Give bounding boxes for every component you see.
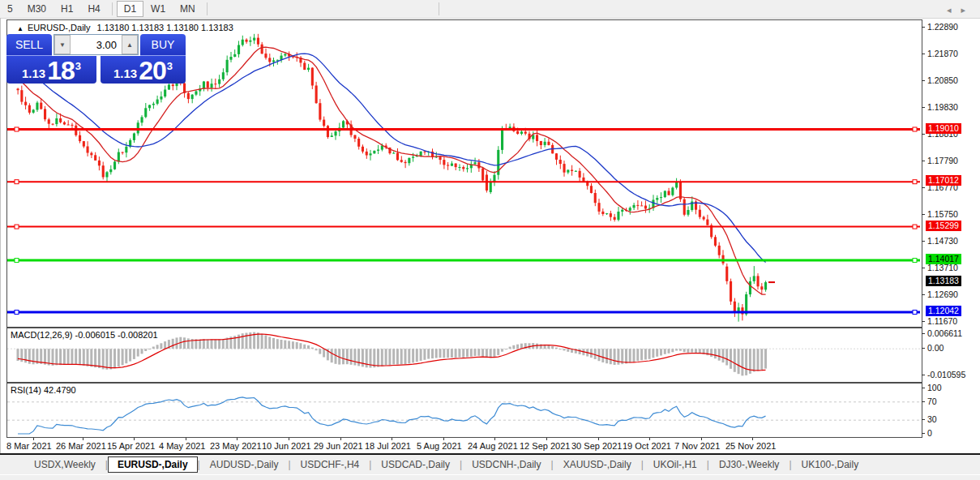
- timeframe-mn[interactable]: MN: [173, 1, 203, 17]
- buy-button[interactable]: BUY: [140, 34, 186, 56]
- date-label: 4 May 2021: [159, 441, 205, 451]
- buy-price-big: 20: [139, 59, 166, 82]
- volume-stepper: ▼ 3.00 ▲: [53, 34, 139, 55]
- date-label: 23 May 2021: [210, 441, 262, 451]
- date-label: 29 Jun 2021: [314, 441, 363, 451]
- tab-usdcad-daily[interactable]: USDCAD-,Daily: [371, 456, 460, 473]
- sell-price-sup: 3: [75, 60, 81, 72]
- date-tick: [392, 438, 392, 440]
- chart-symbol-label: EURUSD-,Daily: [28, 23, 91, 32]
- tab-scroll-left-icon[interactable]: ◂: [947, 5, 961, 15]
- date-tick: [494, 438, 495, 440]
- tab-audusd-daily[interactable]: AUDUSD-,Daily: [200, 456, 289, 473]
- tab-ukoil-h1[interactable]: UKOil-,H1: [644, 456, 707, 473]
- toolbar-separator: [112, 2, 113, 15]
- date-tick: [289, 438, 289, 440]
- level-price-label: 1.15299: [926, 221, 961, 231]
- tab-xauusd-daily[interactable]: XAUUSD-,Daily: [554, 456, 641, 473]
- macd-values: -0.006015 -0.008201: [75, 330, 157, 340]
- toolbar-separator: [439, 2, 439, 15]
- date-tick: [546, 438, 547, 440]
- window-left-border: [0, 18, 1, 480]
- tab-usdcnh-daily[interactable]: USDCNH-,Daily: [462, 456, 550, 473]
- date-tick: [701, 438, 702, 440]
- date-label: 10 Jun 2021: [262, 441, 311, 451]
- chart-ohlc-values: 1.13180 1.13183 1.13180 1.13183: [97, 23, 233, 32]
- date-label: 5 Aug 2021: [417, 441, 462, 451]
- date-tick: [237, 438, 238, 440]
- chart-title: ▲EURUSD-,Daily1.13180 1.13183 1.13180 1.…: [17, 23, 233, 32]
- date-label: 30 Sep 2021: [571, 441, 622, 451]
- tab-dj30-weekly[interactable]: DJ30-,Weekly: [709, 456, 789, 473]
- tab-uk100-daily[interactable]: UK100-,Daily: [792, 456, 869, 473]
- date-tick: [186, 438, 186, 440]
- macd-panel[interactable]: MACD(12,26,9) -0.006015 -0.008201: [6, 328, 922, 383]
- timeframe-m30[interactable]: M30: [20, 1, 53, 17]
- buy-price-prefix: 1.13: [113, 66, 137, 80]
- rsi-label: RSI(14) 42.4790: [11, 385, 76, 395]
- rsi-panel[interactable]: RSI(14) 42.4790: [6, 383, 922, 438]
- date-tick: [33, 438, 34, 440]
- sell-button[interactable]: SELL: [6, 34, 52, 56]
- date-tick: [598, 438, 599, 440]
- buy-price-sup: 3: [167, 60, 173, 72]
- symbol-collapse-icon[interactable]: ▲: [17, 25, 24, 32]
- buy-price-display[interactable]: 1.13 20 3: [101, 56, 186, 84]
- price-axis: 1.228901.218701.208501.198301.188101.177…: [922, 19, 980, 439]
- date-label: 12 Sep 2021: [520, 441, 570, 451]
- tab-scroll-right-icon[interactable]: ▸: [961, 5, 975, 15]
- toolbar-separator: [207, 2, 208, 15]
- date-label: 19 Oct 2021: [623, 441, 671, 451]
- volume-decrease-icon[interactable]: ▼: [54, 35, 71, 54]
- sell-price-display[interactable]: 1.13 18 3: [6, 56, 96, 84]
- timeframe-h1[interactable]: H1: [53, 1, 80, 17]
- volume-increase-icon[interactable]: ▲: [122, 35, 138, 54]
- one-click-trade-widget: SELL ▼ 3.00 ▲ BUY 1.13 18 3 1.13 20 3: [6, 34, 186, 84]
- level-price-label: 1.19010: [926, 123, 961, 134]
- sell-price-big: 18: [47, 59, 75, 82]
- date-tick: [83, 438, 83, 440]
- date-tick: [752, 438, 753, 440]
- rsi-value: 42.4790: [44, 385, 76, 395]
- current-price-label: 1.13183: [926, 276, 961, 286]
- date-axis: 8 Mar 2021 26 Mar 2021 15 Apr 2021 4 May…: [6, 438, 921, 452]
- date-tick: [649, 438, 650, 440]
- date-tick: [443, 438, 444, 440]
- tab-eurusd-daily[interactable]: EURUSD-,Daily: [108, 456, 198, 473]
- level-price-label: 1.12042: [926, 306, 961, 316]
- tab-scroll-arrows: ◂▸: [947, 5, 975, 15]
- macd-label: MACD(12,26,9) -0.006015 -0.008201: [11, 330, 158, 340]
- timeframe-d1[interactable]: D1: [117, 1, 143, 17]
- status-strip: [0, 474, 980, 480]
- tab-usdx-weekly[interactable]: USDX,Weekly: [24, 456, 105, 473]
- date-tick: [340, 438, 341, 440]
- date-label: 7 Nov 2021: [674, 441, 720, 451]
- date-label: 24 Aug 2021: [468, 441, 518, 451]
- level-price-label: 1.17012: [926, 175, 961, 186]
- sell-price-prefix: 1.13: [22, 66, 45, 80]
- timeframe-toolbar: 5M30H1H4D1W1MN: [0, 0, 980, 19]
- tab-usdchf-h4[interactable]: USDCHF-,H4: [291, 456, 370, 473]
- macd-title: MACD(12,26,9): [11, 330, 72, 340]
- date-label: 18 Jul 2021: [365, 441, 411, 451]
- volume-input[interactable]: 3.00: [71, 35, 122, 54]
- rsi-title: RSI(14): [11, 385, 41, 395]
- timeframe-5[interactable]: 5: [0, 1, 20, 17]
- date-label: 26 Mar 2021: [56, 441, 106, 451]
- rsi-plot: [7, 384, 920, 435]
- date-tick: [134, 438, 135, 440]
- timeframe-w1[interactable]: W1: [143, 1, 173, 17]
- chart-tab-bar: USDX,Weekly|EURUSD-,Daily|AUDUSD-,Daily|…: [0, 455, 980, 474]
- date-label: 8 Mar 2021: [6, 441, 52, 451]
- level-price-label: 1.14017: [926, 254, 961, 264]
- date-label: 15 Apr 2021: [107, 441, 155, 451]
- date-label: 25 Nov 2021: [725, 441, 776, 451]
- timeframe-h4[interactable]: H4: [80, 1, 107, 17]
